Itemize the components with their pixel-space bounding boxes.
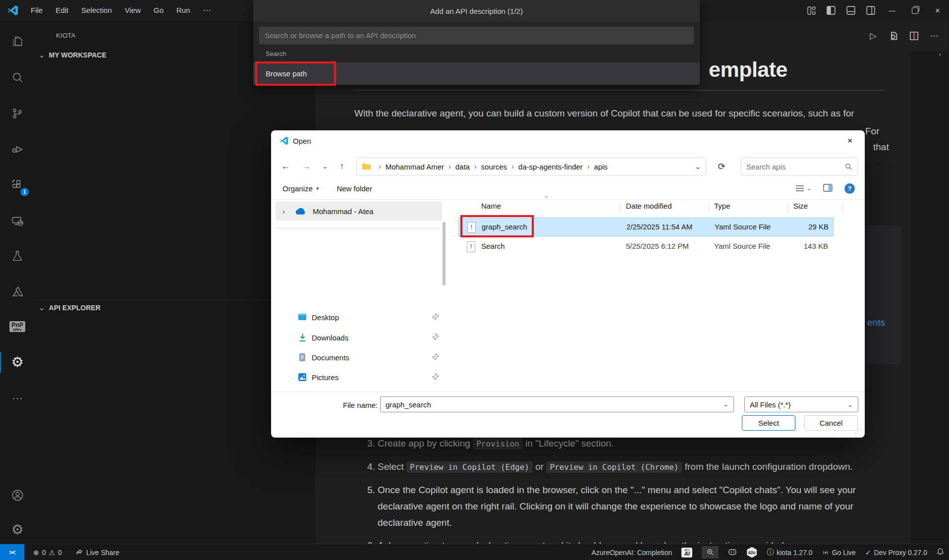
copilot-robot-icon[interactable]: [728, 548, 737, 558]
recent-locations-icon[interactable]: ⌄: [317, 158, 334, 174]
menu-file[interactable]: File: [24, 0, 49, 21]
pnp-spfx-icon[interactable]: PnP SPFx: [0, 312, 35, 341]
file-row-search[interactable]: ! Search 5/25/2025 6:12 PM Yaml Source F…: [458, 238, 834, 255]
column-header-size[interactable]: Size: [793, 202, 808, 210]
breadcrumb-segment[interactable]: sources: [481, 163, 507, 171]
resize-grip[interactable]: ⋰: [855, 427, 862, 434]
list-item: Select Preview in Copilot (Edge) or Prev…: [378, 458, 899, 475]
notifications-bell-icon[interactable]: [937, 548, 944, 557]
search-icon: [845, 163, 852, 170]
quick-pick-input[interactable]: [259, 27, 694, 44]
nav-item-documents[interactable]: Documents: [271, 347, 442, 367]
account-icon[interactable]: [0, 481, 35, 509]
column-header-type[interactable]: Type: [714, 202, 730, 210]
nav-item-desktop[interactable]: Desktop: [271, 307, 442, 327]
menu-go[interactable]: Go: [147, 0, 170, 21]
search-box[interactable]: Search apis: [741, 158, 858, 175]
test-beaker-icon[interactable]: [0, 241, 35, 270]
column-divider[interactable]: [788, 203, 788, 213]
nav-item-music[interactable]: Music: [271, 388, 442, 392]
nav-item-pictures[interactable]: Pictures: [271, 367, 442, 387]
menu-more-icon[interactable]: ⋯: [197, 0, 218, 21]
refresh-icon[interactable]: ⟳: [714, 159, 729, 174]
preview-pane-button[interactable]: [823, 184, 833, 193]
zoom-status-button[interactable]: [702, 546, 719, 559]
toggle-sidebar-icon[interactable]: [821, 0, 841, 21]
select-button[interactable]: Select: [742, 415, 795, 431]
menu-run[interactable]: Run: [170, 0, 197, 21]
breadcrumb-segment[interactable]: data: [455, 163, 470, 171]
nav-item-downloads[interactable]: Downloads: [271, 328, 442, 347]
go-live-button[interactable]: Go Live: [822, 549, 856, 557]
remote-explorer-icon[interactable]: [0, 207, 35, 235]
remote-indicator[interactable]: ><: [0, 544, 24, 560]
column-divider[interactable]: [709, 203, 709, 213]
additional-views-icon[interactable]: ⋯: [0, 384, 35, 413]
cancel-button[interactable]: Cancel: [804, 415, 858, 431]
menu-edit[interactable]: Edit: [49, 0, 75, 21]
nav-item-onedrive[interactable]: › Mohammad - Atea: [276, 202, 442, 221]
search-icon[interactable]: [0, 63, 35, 92]
status-bar: >< ⊗ 0 ⚠ 0 Live Share AzureOpenAI: Compl…: [0, 544, 949, 560]
link-fragment[interactable]: ents: [867, 317, 885, 328]
restore-button[interactable]: [903, 0, 926, 21]
address-dropdown-icon[interactable]: ⌄: [695, 163, 701, 170]
extensions-icon[interactable]: 1: [0, 170, 35, 199]
quick-pick-item-browse-path[interactable]: Browse path: [253, 62, 700, 84]
breadcrumb-segment[interactable]: da-sp-agents-finder: [518, 163, 583, 171]
kiota-version-status[interactable]: ⓘ kiota 1.27.0: [767, 548, 812, 557]
api-audit-hexagon-icon[interactable]: 42c: [746, 547, 757, 558]
nav-pane-scrollbar[interactable]: [443, 222, 446, 285]
file-row-graph-search[interactable]: ! graph_search 2/25/2025 11:54 AM Yaml S…: [458, 218, 834, 236]
open-preview-icon[interactable]: [888, 30, 899, 42]
column-divider[interactable]: [619, 203, 620, 213]
chevron-right-icon[interactable]: ›: [282, 207, 285, 216]
minimize-button[interactable]: —: [881, 0, 903, 21]
scroll-up-icon[interactable]: ▴: [939, 51, 942, 57]
file-name-input[interactable]: [380, 396, 734, 412]
azure-icon[interactable]: [0, 277, 35, 306]
dialog-toolbar: Organize ▾ New folder ⌄ ?: [271, 178, 865, 199]
menu-selection[interactable]: Selection: [75, 0, 118, 21]
preview-scroll-gutter[interactable]: [911, 52, 949, 544]
run-debug-icon[interactable]: [0, 135, 35, 164]
section-api-explorer[interactable]: ⌄ API EXPLORER: [39, 303, 101, 312]
dev-proxy-status[interactable]: ✓ Dev Proxy 0.27.0: [865, 549, 927, 557]
forward-icon[interactable]: →: [298, 158, 315, 174]
toggle-panel-icon[interactable]: [841, 0, 861, 21]
breadcrumb-segment[interactable]: apis: [594, 163, 608, 171]
close-window-button[interactable]: ✕: [926, 0, 949, 21]
file-name-dropdown-icon[interactable]: ⌄: [723, 400, 728, 408]
split-editor-icon[interactable]: [908, 30, 920, 42]
column-header-name[interactable]: Name: [481, 202, 501, 210]
column-header-date[interactable]: Date modified: [626, 202, 672, 210]
gen-ai-icon[interactable]: gen AI: [681, 548, 692, 558]
section-my-workspace[interactable]: ⌄ MY WORKSPACE: [39, 51, 107, 59]
error-icon: ⊗: [33, 549, 39, 557]
pin-icon: [432, 334, 439, 342]
settings-gear-icon[interactable]: ⚙: [0, 515, 35, 544]
column-divider[interactable]: [842, 203, 843, 213]
run-button-icon[interactable]: ▷: [867, 30, 879, 42]
editor-more-actions-icon[interactable]: ⋯: [928, 30, 940, 42]
address-bar[interactable]: › Mohammad Amer › data › sources › da-sp…: [356, 158, 706, 175]
problems-indicator[interactable]: ⊗ 0 ⚠ 0: [33, 549, 62, 557]
live-share-button[interactable]: Live Share: [76, 549, 119, 557]
source-control-icon[interactable]: [0, 99, 35, 128]
customize-layout-icon[interactable]: [801, 0, 821, 21]
toggle-secondary-sidebar-icon[interactable]: [861, 0, 881, 21]
up-icon[interactable]: ↑: [334, 158, 350, 174]
organize-button[interactable]: Organize ▾: [282, 184, 319, 193]
view-mode-button[interactable]: ⌄: [795, 184, 811, 192]
back-icon[interactable]: ←: [277, 158, 294, 174]
new-folder-button[interactable]: New folder: [336, 184, 372, 193]
breadcrumb-segment[interactable]: Mohammad Amer: [386, 163, 444, 171]
menu-view[interactable]: View: [118, 0, 147, 21]
kiota-icon[interactable]: ⚙: [0, 348, 35, 377]
azure-openai-status[interactable]: AzureOpenAI: Completion: [592, 549, 672, 557]
file-type: Yaml Source File: [715, 223, 771, 231]
explorer-icon[interactable]: [0, 27, 35, 56]
help-button[interactable]: ?: [844, 183, 855, 194]
file-type-select[interactable]: All Files (*.*) ⌄: [744, 396, 858, 412]
dialog-close-button[interactable]: ✕: [839, 132, 861, 149]
